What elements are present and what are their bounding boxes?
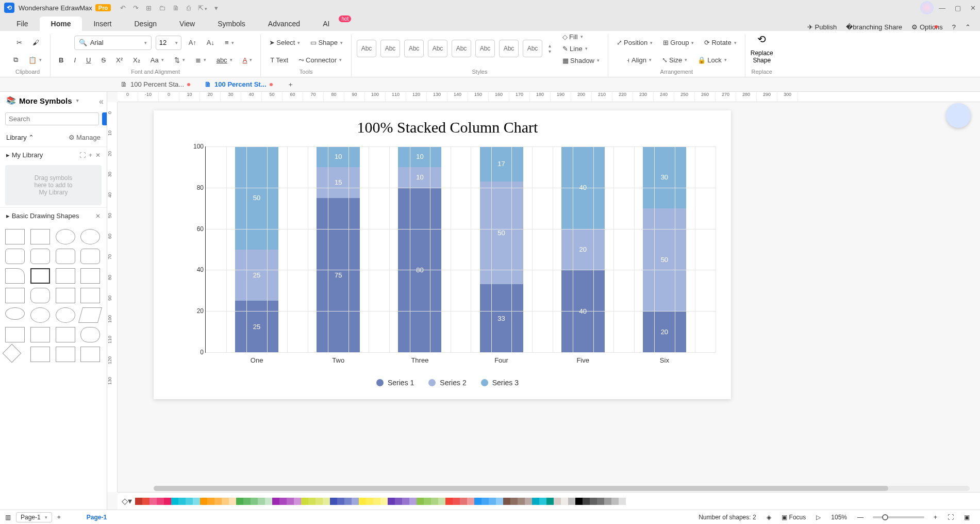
- replace-shape-icon[interactable]: ⟲: [757, 33, 766, 45]
- bar-column[interactable]: 335017Four: [480, 146, 523, 352]
- color-swatch[interactable]: [417, 498, 424, 505]
- shape-thumb[interactable]: [80, 288, 100, 303]
- color-swatch[interactable]: [561, 498, 568, 505]
- color-swatch[interactable]: [510, 498, 518, 505]
- underline-icon[interactable]: U: [83, 55, 94, 66]
- redo-icon[interactable]: ↷: [133, 4, 139, 12]
- position-button[interactable]: ⤢ Position▾: [613, 37, 656, 48]
- color-swatch[interactable]: [539, 498, 546, 505]
- focus-button[interactable]: ▣ Focus: [782, 514, 806, 521]
- bar-column[interactable]: 801010Three: [398, 146, 441, 352]
- bar-column[interactable]: 205030Six: [643, 146, 686, 352]
- symbol-search-input[interactable]: [5, 112, 99, 125]
- color-swatch[interactable]: [518, 498, 525, 505]
- style-swatch[interactable]: Abc: [475, 40, 495, 57]
- shape-thumb[interactable]: [56, 347, 75, 362]
- bar-column[interactable]: 252550One: [235, 146, 278, 352]
- color-swatch[interactable]: [279, 498, 287, 505]
- increase-font-icon[interactable]: A↑: [186, 37, 200, 48]
- lib-expand-icon[interactable]: ⛶: [79, 152, 86, 159]
- highlight-icon[interactable]: abc▾: [213, 55, 236, 66]
- color-swatch[interactable]: [352, 498, 359, 505]
- color-swatch[interactable]: [424, 498, 431, 505]
- zoom-in-icon[interactable]: +: [934, 514, 937, 521]
- color-swatch[interactable]: [135, 498, 142, 505]
- chart[interactable]: 100% Stacked Column Chart 252550One75151…: [174, 116, 721, 389]
- color-swatch[interactable]: [315, 498, 323, 505]
- lib-add-icon[interactable]: +: [89, 152, 92, 159]
- shape-thumb[interactable]: [80, 229, 100, 244]
- shape-thumb[interactable]: [30, 288, 50, 303]
- color-swatch[interactable]: [337, 498, 344, 505]
- shape-thumb[interactable]: [56, 249, 75, 264]
- color-swatch[interactable]: [546, 498, 554, 505]
- styles-more-icon[interactable]: ▴▾: [549, 43, 551, 54]
- strike-icon[interactable]: S: [98, 55, 109, 66]
- color-swatch[interactable]: [532, 498, 539, 505]
- color-swatch[interactable]: [438, 498, 445, 505]
- shape-thumb[interactable]: [30, 347, 50, 362]
- page-tab[interactable]: Page-1: [87, 514, 107, 521]
- color-swatch[interactable]: [157, 498, 164, 505]
- color-swatch[interactable]: [229, 498, 236, 505]
- fullscreen-icon[interactable]: ▣: [964, 514, 970, 521]
- lock-button[interactable]: 🔒 Lock▾: [694, 55, 729, 66]
- color-swatch[interactable]: [287, 498, 294, 505]
- help-icon[interactable]: ?: [952, 23, 956, 31]
- horizontal-scrollbar[interactable]: [154, 486, 970, 491]
- style-swatch[interactable]: Abc: [499, 40, 519, 57]
- connector-tool[interactable]: ⤳ Connector▾: [295, 55, 345, 66]
- bar-column[interactable]: 751510Two: [317, 146, 360, 352]
- shape-thumb[interactable]: [30, 249, 50, 264]
- add-page-icon[interactable]: +: [57, 514, 61, 521]
- tab-symbols[interactable]: Symbols: [206, 17, 257, 31]
- color-swatch[interactable]: [402, 498, 409, 505]
- color-swatch[interactable]: [222, 498, 229, 505]
- fill-bucket-icon[interactable]: ◇▾: [122, 496, 132, 506]
- color-swatch[interactable]: [481, 498, 489, 505]
- save-icon[interactable]: 🗎: [173, 4, 179, 12]
- font-color-icon[interactable]: A▾: [240, 55, 256, 66]
- color-swatch[interactable]: [186, 498, 193, 505]
- color-swatch[interactable]: [272, 498, 279, 505]
- print-icon[interactable]: ⎙: [187, 4, 191, 12]
- shape-thumb[interactable]: [30, 327, 50, 342]
- fit-page-icon[interactable]: ⛶: [948, 514, 954, 521]
- shape-thumb[interactable]: [5, 249, 25, 264]
- tab-advanced[interactable]: Advanced: [257, 17, 311, 31]
- color-swatch[interactable]: [431, 498, 438, 505]
- color-swatch[interactable]: [171, 498, 178, 505]
- align-icon[interactable]: ≡▾: [222, 37, 237, 48]
- case-icon[interactable]: Aa▾: [147, 55, 167, 66]
- options-button[interactable]: ⚙ Options: [911, 23, 943, 31]
- color-swatch[interactable]: [496, 498, 503, 505]
- shape-thumb[interactable]: [3, 344, 22, 363]
- color-swatch[interactable]: [467, 498, 474, 505]
- basic-shapes-section[interactable]: ▸ Basic Drawing Shapes ✕: [0, 207, 107, 224]
- color-swatch[interactable]: [460, 498, 467, 505]
- library-label[interactable]: Library ⌃: [6, 134, 34, 141]
- color-swatch[interactable]: [344, 498, 352, 505]
- zoom-slider[interactable]: [873, 516, 924, 518]
- shape-thumb[interactable]: [30, 307, 50, 323]
- publish-button[interactable]: ✈ Publish: [807, 23, 837, 31]
- color-swatch[interactable]: [373, 498, 380, 505]
- color-swatch[interactable]: [445, 498, 453, 505]
- tab-ai[interactable]: AIhot: [311, 17, 341, 31]
- paste-icon[interactable]: 📋▾: [25, 55, 45, 66]
- color-swatch[interactable]: [554, 498, 561, 505]
- color-swatch[interactable]: [597, 498, 604, 505]
- italic-icon[interactable]: I: [71, 55, 79, 66]
- group-button[interactable]: ⊞ Group▾: [660, 37, 697, 48]
- bar-column[interactable]: 402040Five: [561, 146, 605, 352]
- bullets-icon[interactable]: ≣▾: [192, 55, 209, 66]
- color-swatch[interactable]: [236, 498, 243, 505]
- zoom-out-icon[interactable]: —: [857, 514, 863, 521]
- style-swatch[interactable]: Abc: [357, 40, 376, 57]
- color-swatch[interactable]: [503, 498, 510, 505]
- shape-thumb[interactable]: [5, 307, 25, 320]
- shape-thumb[interactable]: [56, 268, 75, 284]
- shape-thumb[interactable]: [30, 229, 50, 244]
- shape-thumb[interactable]: [80, 327, 100, 342]
- color-swatch[interactable]: [142, 498, 150, 505]
